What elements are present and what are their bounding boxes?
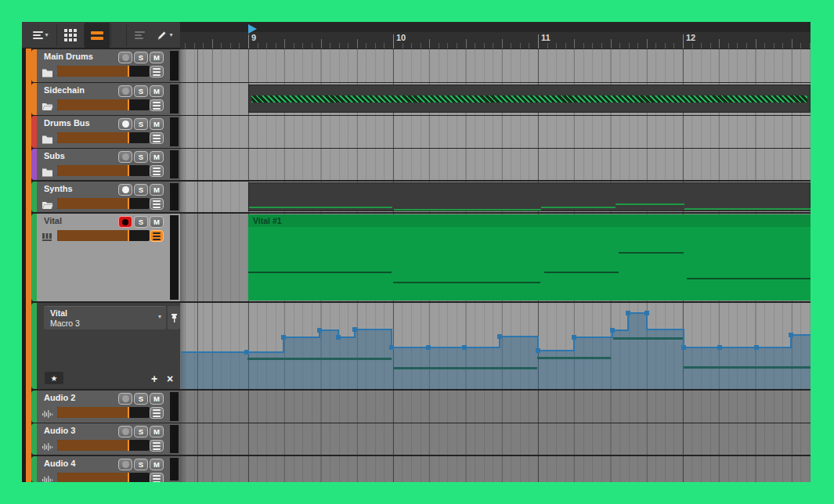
favorite-lane-button[interactable]: ★ <box>45 372 63 384</box>
mute-button[interactable]: M <box>150 184 164 196</box>
volume-slider[interactable] <box>57 66 150 77</box>
record-arm-button[interactable] <box>118 151 132 163</box>
add-lane-button[interactable]: + <box>151 373 157 385</box>
solo-button[interactable]: S <box>134 151 148 163</box>
track-header-audio-3[interactable]: Audio 3 S M <box>22 423 180 455</box>
arranger-row-audio-2[interactable] <box>180 391 811 423</box>
automation-node[interactable] <box>281 335 286 340</box>
pin-lane-button[interactable] <box>168 306 180 329</box>
mute-button[interactable]: M <box>150 85 164 97</box>
track-header-vital[interactable]: Vital S M <box>22 214 180 301</box>
solo-button[interactable]: S <box>134 426 148 437</box>
record-arm-button[interactable] <box>118 184 132 196</box>
solo-button[interactable]: S <box>134 52 148 63</box>
solo-button[interactable]: S <box>134 459 148 470</box>
track-menu-button[interactable] <box>150 165 164 177</box>
track-name[interactable]: Subs <box>44 151 65 160</box>
record-arm-button[interactable] <box>118 393 132 405</box>
arranger-view-button[interactable] <box>85 23 110 48</box>
track-header-subs[interactable]: Subs S M <box>22 149 180 180</box>
automation-node[interactable] <box>610 328 615 333</box>
close-lane-button[interactable]: × <box>167 373 173 385</box>
automation-node[interactable] <box>644 311 649 315</box>
track-menu-button[interactable] <box>150 99 164 111</box>
volume-slider[interactable] <box>57 99 150 110</box>
track-menu-button[interactable] <box>150 473 164 482</box>
track-color-tab[interactable] <box>31 214 37 301</box>
track-menu-button[interactable] <box>150 66 164 77</box>
automation-node[interactable] <box>789 333 793 337</box>
folder-closed-icon[interactable] <box>42 67 54 77</box>
volume-slider[interactable] <box>57 407 150 418</box>
folder-open-icon[interactable] <box>42 199 54 209</box>
timeline-ruler[interactable]: 9101112 <box>180 22 811 49</box>
track-name[interactable]: Main Drums <box>44 52 93 61</box>
arranger-row-vital[interactable]: Vital #1 <box>180 214 811 301</box>
automation-node[interactable] <box>717 345 722 350</box>
arranger-row-drums-bus[interactable] <box>180 116 811 148</box>
track-menu-button[interactable] <box>150 230 164 242</box>
mute-button[interactable]: M <box>150 118 164 130</box>
automation-parameter-dropdown[interactable]: Vital Macro 3 ▾ <box>44 306 166 329</box>
automation-lane-row[interactable] <box>180 303 811 389</box>
volume-slider[interactable] <box>57 230 150 241</box>
volume-slider[interactable] <box>57 165 150 176</box>
track-header-main-drums[interactable]: Main Drums S M <box>22 49 180 82</box>
track-color-tab[interactable] <box>31 423 37 455</box>
automation-line[interactable] <box>181 313 811 352</box>
automation-display-button[interactable] <box>128 23 150 48</box>
volume-slider[interactable] <box>57 473 150 482</box>
automation-node[interactable] <box>389 345 394 350</box>
automation-node[interactable] <box>336 335 341 340</box>
volume-slider[interactable] <box>57 132 150 143</box>
track-color-tab[interactable] <box>31 182 37 212</box>
mute-button[interactable]: M <box>150 426 164 437</box>
solo-button[interactable]: S <box>134 85 148 97</box>
track-header-sidechain[interactable]: Sidechain S M <box>22 83 180 115</box>
automation-node[interactable] <box>462 345 467 350</box>
record-arm-button[interactable] <box>118 118 132 130</box>
track-color-tab[interactable] <box>31 456 37 482</box>
track-name[interactable]: Audio 3 <box>44 426 75 435</box>
solo-button[interactable]: S <box>134 216 148 228</box>
clip-launcher-view-button[interactable] <box>58 23 83 48</box>
vital-clip[interactable]: Vital #1 <box>248 214 811 301</box>
record-arm-button[interactable] <box>118 216 132 228</box>
track-menu-button[interactable] <box>150 198 164 210</box>
automation-node[interactable] <box>572 335 576 340</box>
synths-group-clip[interactable] <box>248 182 811 211</box>
automation-node[interactable] <box>754 345 759 350</box>
track-display-mode-button[interactable]: ▾ <box>27 23 55 48</box>
mute-button[interactable]: M <box>150 151 164 163</box>
track-name[interactable]: Synths <box>44 184 73 193</box>
track-name[interactable]: Audio 4 <box>44 459 75 468</box>
track-color-tab[interactable] <box>31 116 37 148</box>
track-name[interactable]: Audio 2 <box>44 393 75 402</box>
automation-node[interactable] <box>626 311 630 315</box>
track-name[interactable]: Vital <box>44 216 62 225</box>
volume-slider[interactable] <box>57 198 150 209</box>
automation-node[interactable] <box>352 327 357 332</box>
track-color-tab[interactable] <box>31 49 37 82</box>
arranger-row-main-drums[interactable] <box>180 49 811 82</box>
record-arm-button[interactable] <box>118 52 132 63</box>
automation-node[interactable] <box>317 328 322 333</box>
arranger-row-audio-4[interactable] <box>180 456 811 482</box>
mute-button[interactable]: M <box>150 459 164 470</box>
folder-open-icon[interactable] <box>42 100 54 110</box>
arranger-row-synths[interactable] <box>180 182 811 212</box>
automation-lane-header[interactable]: Vital Macro 3 ▾ ★ + × <box>22 303 180 389</box>
mute-button[interactable]: M <box>150 52 164 63</box>
track-header-synths[interactable]: Synths S M <box>22 182 180 212</box>
track-name[interactable]: Sidechain <box>44 85 85 95</box>
solo-button[interactable]: S <box>134 118 148 130</box>
track-color-tab[interactable] <box>31 83 37 115</box>
automation-node[interactable] <box>497 334 502 339</box>
track-header-audio-4[interactable]: Audio 4 S M <box>22 456 180 482</box>
track-name[interactable]: Drums Bus <box>44 118 90 128</box>
automation-curve[interactable] <box>180 303 811 389</box>
automation-node[interactable] <box>426 345 431 350</box>
solo-button[interactable]: S <box>134 393 148 405</box>
automation-node[interactable] <box>244 350 249 355</box>
track-menu-button[interactable] <box>150 407 164 419</box>
